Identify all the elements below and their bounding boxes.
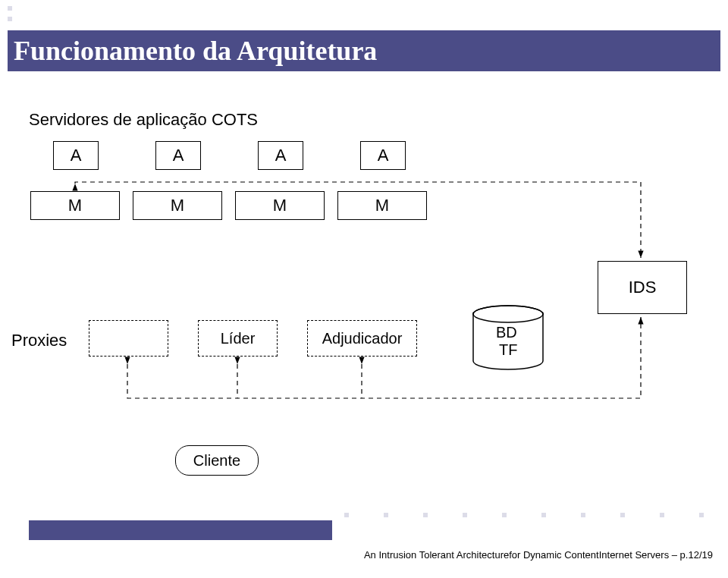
server-a-1: A — [53, 141, 99, 170]
bullet-square — [384, 513, 388, 517]
ids-label: IDS — [629, 278, 657, 297]
server-a-4: A — [360, 141, 406, 170]
monitor-m-4: M — [337, 191, 427, 220]
lider-box: Líder — [198, 320, 278, 357]
bullet-square — [8, 17, 12, 21]
bullet-square — [8, 6, 12, 11]
cliente-label: Cliente — [193, 452, 240, 470]
bullet-square — [344, 513, 349, 517]
server-a-2: A — [155, 141, 201, 170]
bullet-square — [620, 513, 625, 517]
bullet-square — [463, 513, 467, 517]
adjudicador-box: Adjudicador — [307, 320, 417, 357]
monitor-m-3: M — [235, 191, 325, 220]
servers-label: Servidores de aplicação COTS — [29, 110, 258, 130]
footer-bar — [29, 520, 332, 540]
bullet-square — [502, 513, 507, 517]
bullet-square — [423, 513, 428, 517]
bullet-square — [581, 513, 585, 517]
monitor-m-1: M — [30, 191, 120, 220]
footer-text: An Intrusion Tolerant Architecturefor Dy… — [364, 549, 713, 561]
monitor-m-2: M — [133, 191, 222, 220]
page-title: Funcionamento da Arquitetura — [14, 35, 377, 67]
decoration-bullets-top — [8, 6, 12, 27]
lider-label: Líder — [221, 330, 256, 347]
cliente-box: Cliente — [175, 445, 259, 476]
adjudicador-label: Adjudicador — [322, 330, 403, 347]
proxy-box-1 — [89, 320, 168, 357]
decoration-bullets-bottom — [344, 513, 704, 517]
bullet-square — [699, 513, 704, 517]
bullet-square — [660, 513, 664, 517]
bullet-square — [541, 513, 546, 517]
bd-label: BD — [496, 324, 517, 341]
tf-label: TF — [499, 341, 517, 359]
ids-box: IDS — [598, 261, 687, 314]
title-bar: Funcionamento da Arquitetura — [8, 30, 720, 71]
proxies-label: Proxies — [11, 331, 67, 350]
server-a-3: A — [258, 141, 303, 170]
